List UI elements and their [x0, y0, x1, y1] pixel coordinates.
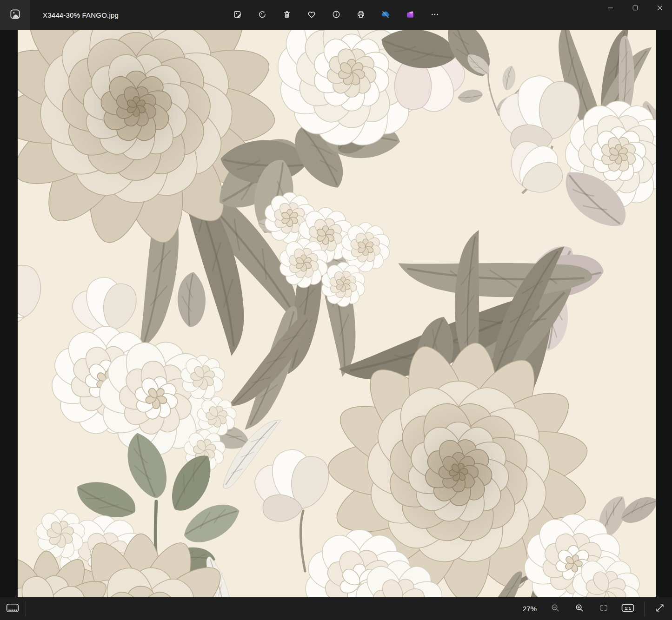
- zoom-controls: 27% 1:1: [516, 600, 672, 618]
- svg-text:1:1: 1:1: [625, 606, 631, 611]
- ellipsis-icon: [430, 10, 439, 20]
- heart-icon: [307, 10, 316, 20]
- filmstrip-icon: [6, 603, 19, 614]
- onedrive-slash-icon: [380, 9, 391, 21]
- floral-pattern-artwork: [18, 30, 656, 597]
- zoom-in-button[interactable]: [567, 600, 592, 618]
- rotate-icon: [258, 10, 267, 20]
- zoom-out-button[interactable]: [543, 600, 567, 618]
- actual-size-button[interactable]: 1:1: [616, 600, 640, 618]
- file-title: X3444-30% FANGO.jpg: [43, 0, 119, 30]
- fullscreen-button[interactable]: [649, 600, 671, 618]
- actual-size-icon: 1:1: [621, 603, 634, 614]
- fullscreen-icon: [655, 603, 665, 614]
- maximize-button[interactable]: [623, 0, 647, 17]
- onedrive-status-button[interactable]: [375, 5, 396, 25]
- delete-button[interactable]: [277, 5, 297, 25]
- close-icon: [657, 5, 663, 12]
- minimize-button[interactable]: [598, 0, 623, 17]
- zoom-out-icon: [551, 603, 560, 614]
- favorite-button[interactable]: [301, 5, 322, 25]
- edit-image-button[interactable]: [227, 5, 248, 25]
- info-button[interactable]: [326, 5, 346, 25]
- viewer-canvas: [0, 30, 672, 597]
- titlebar: X3444-30% FANGO.jpg: [0, 0, 672, 30]
- minimize-icon: [608, 5, 613, 12]
- photo-image[interactable]: [18, 30, 656, 597]
- see-more-button[interactable]: [425, 5, 445, 25]
- toolbar: [227, 0, 445, 30]
- app-menu-button[interactable]: [0, 0, 30, 30]
- edit-image-icon: [233, 10, 242, 20]
- clipchamp-icon: [405, 9, 415, 21]
- clipchamp-button[interactable]: [400, 5, 420, 25]
- info-icon: [332, 10, 341, 20]
- rotate-button[interactable]: [252, 5, 273, 25]
- trash-icon: [282, 10, 292, 20]
- statusbar-divider-right: [644, 601, 645, 616]
- maximize-icon: [632, 5, 638, 12]
- print-button[interactable]: [351, 5, 371, 25]
- zoom-in-icon: [575, 603, 584, 614]
- photos-app-window: X3444-30% FANGO.jpg: [0, 0, 672, 620]
- photos-app-icon: [9, 8, 21, 21]
- fit-to-window-button[interactable]: [592, 600, 616, 618]
- filmstrip-toggle-button[interactable]: [1, 600, 24, 618]
- close-button[interactable]: [647, 0, 672, 17]
- statusbar-divider-left: [26, 601, 26, 616]
- fit-to-window-icon: [599, 603, 608, 614]
- statusbar: 27% 1:1: [0, 597, 672, 620]
- zoom-level-label: 27%: [516, 605, 543, 613]
- window-controls: [598, 0, 672, 17]
- printer-icon: [356, 10, 366, 20]
